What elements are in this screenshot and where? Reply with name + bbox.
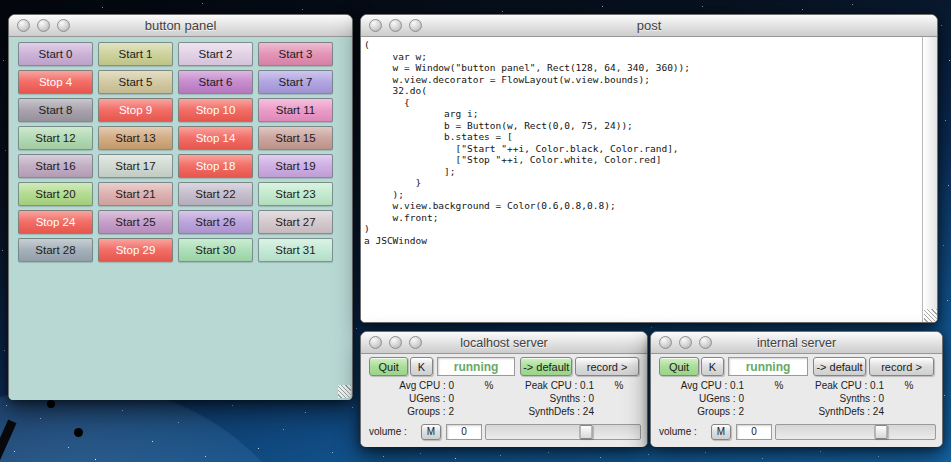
synths-stat: Synths : 0 <box>814 393 884 404</box>
panel-button[interactable]: Start 25 <box>98 210 173 234</box>
volume-value[interactable]: 0 <box>446 424 482 440</box>
mute-button[interactable]: M <box>421 424 441 440</box>
post-code[interactable]: ( var w; w = Window("button panel", Rect… <box>361 37 922 322</box>
panel-button[interactable]: Start 0 <box>18 42 93 66</box>
volume-slider[interactable] <box>775 424 936 440</box>
server-status: running <box>728 357 808 376</box>
panel-button[interactable]: Start 21 <box>98 182 173 206</box>
panel-button[interactable]: Stop 24 <box>18 210 93 234</box>
volume-row: volume : M 0 <box>659 423 936 440</box>
default-button[interactable]: -> default <box>813 357 866 376</box>
synths-stat: Synths : 0 <box>524 393 594 404</box>
minimize-button[interactable] <box>679 336 692 349</box>
close-button[interactable] <box>369 336 382 349</box>
window-title: post <box>361 18 937 33</box>
groups-stat: Groups : 2 <box>659 406 744 417</box>
panel-button[interactable]: Start 26 <box>178 210 253 234</box>
window-controls <box>369 19 422 32</box>
resize-handle[interactable] <box>924 309 937 322</box>
zoom-button[interactable] <box>699 336 712 349</box>
panel-button[interactable]: Start 28 <box>18 238 93 262</box>
mute-button[interactable]: M <box>711 424 731 440</box>
panel-button[interactable]: Stop 10 <box>178 98 253 122</box>
minimize-button[interactable] <box>389 336 402 349</box>
panel-button[interactable]: Start 20 <box>18 182 93 206</box>
volume-slider-thumb[interactable] <box>874 425 887 439</box>
desktop: button panel Start 0Start 1Start 2Start … <box>0 0 951 462</box>
record-button[interactable]: record > <box>575 357 639 376</box>
wallpaper-dot <box>47 400 55 408</box>
vertical-scrollbar[interactable] <box>922 37 937 322</box>
avg-cpu-stat: Avg CPU : 0.1 <box>659 380 744 391</box>
panel-button[interactable]: Start 1 <box>98 42 173 66</box>
zoom-button[interactable] <box>57 19 70 32</box>
volume-slider-thumb[interactable] <box>580 425 593 439</box>
close-button[interactable] <box>17 19 30 32</box>
panel-button[interactable]: Start 22 <box>178 182 253 206</box>
panel-button[interactable]: Start 15 <box>258 126 333 150</box>
quit-button[interactable]: Quit <box>369 357 408 376</box>
server-panel: Quit K running -> default record > Avg C… <box>651 354 942 447</box>
avg-cpu-stat: Avg CPU : 0 <box>369 380 454 391</box>
panel-button[interactable]: Start 12 <box>18 126 93 150</box>
panel-button[interactable]: Start 23 <box>258 182 333 206</box>
localhost-server-window: localhost server Quit K running -> defau… <box>360 331 648 447</box>
wallpaper-dot <box>74 428 83 437</box>
panel-button[interactable]: Stop 29 <box>98 238 173 262</box>
panel-button[interactable]: Start 27 <box>258 210 333 234</box>
kill-button[interactable]: K <box>701 357 724 376</box>
percent-sign: % <box>594 380 644 391</box>
panel-button[interactable]: Stop 14 <box>178 126 253 150</box>
volume-label: volume : <box>659 426 709 437</box>
record-button[interactable]: record > <box>869 357 934 376</box>
volume-value[interactable]: 0 <box>736 424 772 440</box>
internal-server-titlebar[interactable]: internal server <box>651 332 942 354</box>
volume-slider[interactable] <box>485 424 641 440</box>
zoom-button[interactable] <box>409 19 422 32</box>
panel-button[interactable]: Start 3 <box>258 42 333 66</box>
synthdefs-stat: SynthDefs : 24 <box>524 406 594 417</box>
server-status: running <box>437 357 515 376</box>
post-titlebar[interactable]: post <box>361 15 937 37</box>
quit-button[interactable]: Quit <box>659 357 699 376</box>
window-controls <box>369 336 422 349</box>
percent-sign: % <box>454 380 524 391</box>
ugens-stat: UGens : 0 <box>659 393 744 404</box>
percent-sign: % <box>744 380 814 391</box>
default-button[interactable]: -> default <box>520 357 572 376</box>
ugens-stat: UGens : 0 <box>369 393 454 404</box>
panel-button[interactable]: Start 11 <box>258 98 333 122</box>
button-panel-titlebar[interactable]: button panel <box>9 15 352 37</box>
panel-button[interactable]: Start 30 <box>178 238 253 262</box>
server-stats: Avg CPU : 0 % Peak CPU : 0.1 % UGens : 0… <box>369 379 647 418</box>
peak-cpu-stat: Peak CPU : 0.1 <box>524 380 594 391</box>
panel-button[interactable]: Stop 4 <box>18 70 93 94</box>
panel-button[interactable]: Start 2 <box>178 42 253 66</box>
server-panel: Quit K running -> default record > Avg C… <box>361 354 647 447</box>
groups-stat: Groups : 2 <box>369 406 454 417</box>
panel-button[interactable]: Start 16 <box>18 154 93 178</box>
button-panel-window: button panel Start 0Start 1Start 2Start … <box>8 14 353 400</box>
percent-sign: % <box>884 380 934 391</box>
panel-button[interactable]: Start 17 <box>98 154 173 178</box>
resize-handle[interactable] <box>338 385 351 398</box>
zoom-button[interactable] <box>409 336 422 349</box>
button-grid: Start 0Start 1Start 2Start 3Stop 4Start … <box>9 37 352 400</box>
panel-button[interactable]: Stop 18 <box>178 154 253 178</box>
minimize-button[interactable] <box>389 19 402 32</box>
panel-button[interactable]: Start 8 <box>18 98 93 122</box>
panel-button[interactable]: Start 7 <box>258 70 333 94</box>
server-stats: Avg CPU : 0.1 % Peak CPU : 0.1 % UGens :… <box>659 379 942 418</box>
kill-button[interactable]: K <box>410 357 433 376</box>
panel-button[interactable]: Start 5 <box>98 70 173 94</box>
localhost-server-titlebar[interactable]: localhost server <box>361 332 647 354</box>
panel-button[interactable]: Stop 9 <box>98 98 173 122</box>
close-button[interactable] <box>369 19 382 32</box>
panel-button[interactable]: Start 19 <box>258 154 333 178</box>
post-window: post ( var w; w = Window("button panel",… <box>360 14 938 323</box>
panel-button[interactable]: Start 31 <box>258 238 333 262</box>
close-button[interactable] <box>659 336 672 349</box>
panel-button[interactable]: Start 6 <box>178 70 253 94</box>
panel-button[interactable]: Start 13 <box>98 126 173 150</box>
minimize-button[interactable] <box>37 19 50 32</box>
